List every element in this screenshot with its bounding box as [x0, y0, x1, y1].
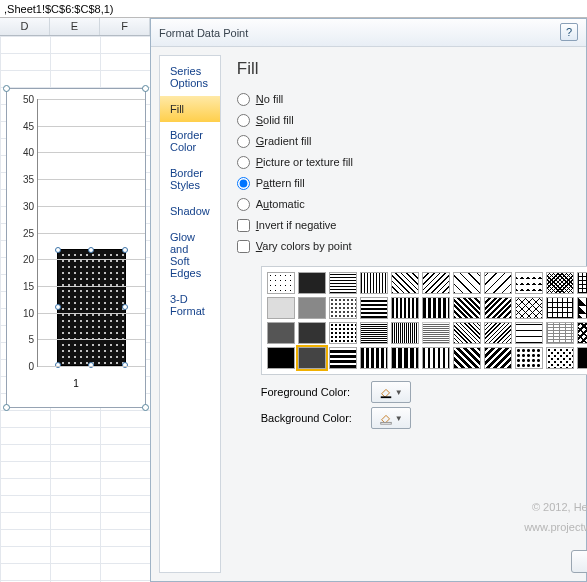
pattern-swatch[interactable] [484, 272, 512, 294]
label-no-fill: No fill [256, 93, 284, 105]
pattern-swatch[interactable] [267, 297, 295, 319]
y-tick: 50 [12, 94, 38, 105]
nav-series-options[interactable]: Series Options [160, 58, 220, 96]
watermark: © 2012, Helen Bradley www.projectwoman.c… [524, 497, 587, 537]
pattern-swatch[interactable] [546, 272, 574, 294]
pattern-swatch[interactable] [329, 297, 357, 319]
radio-pattern-fill[interactable] [237, 177, 250, 190]
bg-color-button[interactable]: ▼ [371, 407, 411, 429]
pattern-swatch[interactable] [329, 272, 357, 294]
y-tick: 40 [12, 147, 38, 158]
pattern-swatch[interactable] [515, 322, 543, 344]
pattern-swatch[interactable] [422, 322, 450, 344]
pattern-swatch[interactable] [453, 347, 481, 369]
pattern-swatch[interactable] [546, 297, 574, 319]
y-tick: 45 [12, 120, 38, 131]
col-header[interactable]: D [0, 18, 50, 35]
pattern-swatch[interactable] [360, 272, 388, 294]
pattern-swatch[interactable] [577, 322, 587, 344]
nav-shadow[interactable]: Shadow [160, 198, 220, 224]
pattern-swatch[interactable] [267, 347, 295, 369]
pattern-swatch[interactable] [453, 272, 481, 294]
pattern-swatch[interactable] [422, 272, 450, 294]
fill-panel: Fill No fill Solid fill Gradient fill Pi… [221, 47, 587, 581]
nav-border-color[interactable]: Border Color [160, 122, 220, 160]
label-invert: Invert if negative [256, 219, 337, 231]
bucket-icon [379, 411, 393, 425]
check-invert[interactable] [237, 219, 250, 232]
pattern-swatch[interactable] [422, 297, 450, 319]
pattern-swatch[interactable] [329, 322, 357, 344]
label-solid-fill: Solid fill [256, 114, 294, 126]
pattern-swatch[interactable] [515, 272, 543, 294]
nav-border-styles[interactable]: Border Styles [160, 160, 220, 198]
pattern-swatch[interactable] [298, 322, 326, 344]
pattern-swatch[interactable] [298, 272, 326, 294]
radio-gradient-fill[interactable] [237, 135, 250, 148]
dialog-title-text: Format Data Point [159, 19, 248, 46]
formula-bar[interactable]: ,Sheet1!$C$6:$C$8,1) [0, 0, 587, 18]
category-list: Series Options Fill Border Color Border … [159, 55, 221, 573]
pattern-swatch[interactable] [267, 272, 295, 294]
dialog-titlebar[interactable]: Format Data Point ? [151, 19, 586, 47]
label-picture-fill: Picture or texture fill [256, 156, 353, 168]
y-tick: 0 [12, 361, 38, 372]
pattern-swatch[interactable] [391, 347, 419, 369]
pattern-swatch[interactable] [391, 322, 419, 344]
y-tick: 5 [12, 334, 38, 345]
pattern-swatch[interactable] [360, 347, 388, 369]
fg-color-label: Foreground Color: [261, 386, 371, 398]
col-header[interactable]: E [50, 18, 100, 35]
pattern-swatch[interactable] [484, 322, 512, 344]
pattern-swatch[interactable] [391, 297, 419, 319]
cells-grid[interactable]: 05101520253035404550 1 [0, 36, 150, 582]
radio-no-fill[interactable] [237, 93, 250, 106]
section-title: Fill [237, 59, 587, 79]
pattern-swatch[interactable] [453, 297, 481, 319]
nav-fill[interactable]: Fill [160, 96, 220, 122]
data-bar[interactable] [57, 249, 125, 366]
pattern-swatch[interactable] [577, 347, 587, 369]
close-button[interactable]: Cl [571, 550, 587, 573]
pattern-swatch[interactable] [484, 297, 512, 319]
bucket-icon [379, 385, 393, 399]
pattern-swatch[interactable] [391, 272, 419, 294]
bg-color-label: Background Color: [261, 412, 371, 424]
pattern-swatch[interactable] [360, 297, 388, 319]
radio-solid-fill[interactable] [237, 114, 250, 127]
pattern-swatch[interactable] [422, 347, 450, 369]
column-headers: D E F [0, 18, 150, 36]
pattern-swatch[interactable] [546, 322, 574, 344]
nav-glow[interactable]: Glow and Soft Edges [160, 224, 220, 286]
pattern-swatch[interactable] [298, 347, 326, 369]
format-data-point-dialog: Format Data Point ? Series Options Fill … [150, 18, 587, 582]
pattern-swatch[interactable] [577, 272, 587, 294]
label-vary: Vary colors by point [256, 240, 352, 252]
spreadsheet-area: D E F 05101520253035404550 1 [0, 18, 150, 582]
y-tick: 15 [12, 280, 38, 291]
pattern-swatch[interactable] [267, 322, 295, 344]
pattern-swatch[interactable] [577, 297, 587, 319]
pattern-swatch[interactable] [329, 347, 357, 369]
radio-automatic[interactable] [237, 198, 250, 211]
label-automatic: Automatic [256, 198, 305, 210]
col-header[interactable]: F [100, 18, 150, 35]
embedded-chart[interactable]: 05101520253035404550 1 [6, 88, 146, 408]
nav-3d-format[interactable]: 3-D Format [160, 286, 220, 324]
pattern-swatches [261, 266, 587, 375]
pattern-swatch[interactable] [360, 322, 388, 344]
pattern-swatch[interactable] [453, 322, 481, 344]
pattern-swatch[interactable] [484, 347, 512, 369]
pattern-swatch[interactable] [546, 347, 574, 369]
fg-color-button[interactable]: ▼ [371, 381, 411, 403]
help-button[interactable]: ? [560, 23, 578, 41]
pattern-swatch[interactable] [515, 297, 543, 319]
y-tick: 10 [12, 307, 38, 318]
pattern-swatch[interactable] [515, 347, 543, 369]
check-vary[interactable] [237, 240, 250, 253]
y-tick: 20 [12, 254, 38, 265]
y-tick: 30 [12, 200, 38, 211]
pattern-swatch[interactable] [298, 297, 326, 319]
svg-rect-0 [381, 396, 392, 398]
radio-picture-fill[interactable] [237, 156, 250, 169]
